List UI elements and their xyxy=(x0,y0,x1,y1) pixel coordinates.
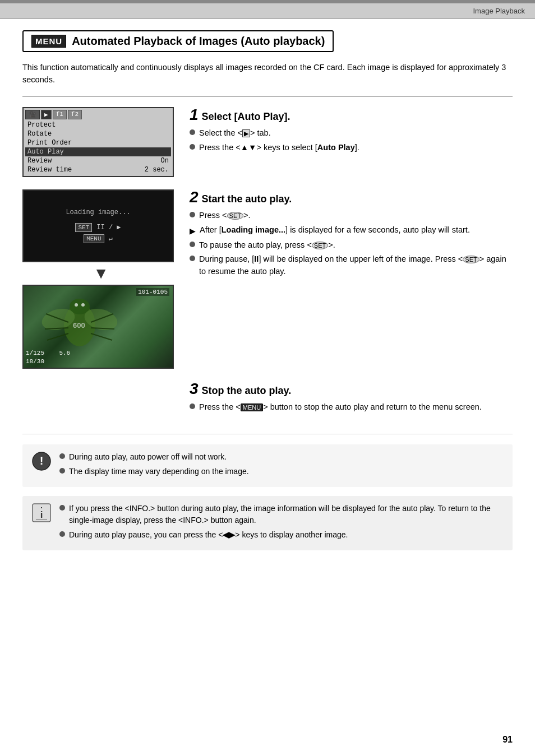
title-section: MENU Automated Playback of Images (Auto … xyxy=(22,30,334,52)
lcd-menu-review: ReviewOn xyxy=(25,156,171,165)
step-2-bullets: Press <SET>. ▶ After [Loading image...] … xyxy=(190,210,513,278)
page-number: 91 xyxy=(502,735,513,745)
step-1-text: 1 Select [Auto Play]. Select the <▶> tab… xyxy=(190,107,513,156)
step-1-label: Select [Auto Play]. xyxy=(202,111,290,123)
svg-text:i: i xyxy=(40,509,43,520)
set-btn: SET xyxy=(75,223,92,232)
bullet-icon xyxy=(59,505,65,511)
info-note-content: If you press the <INFO.> button during a… xyxy=(59,503,504,544)
step-1-bullets: Select the <▶> tab. Press the <▲▼> keys … xyxy=(190,127,513,154)
menu-btn: MENU xyxy=(84,234,104,243)
lcd-loading-screen: Loading image... SET II / ▶ MENU ↵ xyxy=(22,189,174,262)
bullet-icon xyxy=(190,403,195,409)
step-3-bullet-1: Press the <MENU> button to stop the auto… xyxy=(190,401,513,414)
lcd-tab-f1: f1 xyxy=(53,110,67,119)
svg-line-9 xyxy=(91,333,112,340)
divider xyxy=(22,96,513,97)
svg-text:600: 600 xyxy=(73,321,85,330)
step-1-heading: 1 Select [Auto Play]. xyxy=(190,107,513,123)
step-1-image: 🎥 ▶ f1 f2 Protect Rotate Print Order Aut… xyxy=(22,107,179,177)
bullet-icon xyxy=(190,212,195,217)
svg-point-11 xyxy=(81,303,85,307)
lcd-menu-control: MENU ↵ xyxy=(84,234,113,243)
svg-line-6 xyxy=(47,333,68,340)
lcd-tab-play: ▶ xyxy=(41,110,52,119)
lcd-tabs: 🎥 ▶ f1 f2 xyxy=(25,110,171,119)
step-2-row: Loading image... SET II / ▶ MENU ↵ xyxy=(22,189,513,369)
lcd-menu-protect: Protect xyxy=(25,120,171,129)
frame-count: 18/30 xyxy=(26,358,70,365)
lcd-menu-autoplay: Auto Play xyxy=(25,147,171,156)
step-1-number: 1 xyxy=(190,107,199,123)
step-2-label: Start the auto play. xyxy=(202,193,292,205)
lcd-tab-camera: 🎥 xyxy=(25,110,40,119)
down-arrow: ▼ xyxy=(22,265,179,282)
bullet-icon xyxy=(59,531,65,537)
info-bullet-2: During auto play pause, you can press th… xyxy=(59,529,504,541)
step-3-row: 3 Stop the auto play. Press the <MENU> b… xyxy=(22,381,513,416)
shutter-speed: 1/125 xyxy=(26,350,44,356)
bullet-icon xyxy=(59,468,65,474)
bullet-icon xyxy=(190,242,195,247)
step-2-number: 2 xyxy=(190,189,199,205)
lcd-tab-f2: f2 xyxy=(68,110,82,119)
step-2-heading: 2 Start the auto play. xyxy=(190,189,513,205)
page-title: Automated Playback of Images (Auto playb… xyxy=(72,35,325,48)
aperture: 5.6 xyxy=(59,350,70,356)
caution-icon: ! xyxy=(31,451,52,471)
header-title-bar: Image Playback xyxy=(0,3,535,19)
lcd-menu-review-time: Review time2 sec. xyxy=(25,165,171,174)
lcd-controls: SET II / ▶ xyxy=(75,223,121,232)
header-title: Image Playback xyxy=(473,7,525,15)
lcd-menu-print: Print Order xyxy=(25,138,171,147)
step-3-heading: 3 Stop the auto play. xyxy=(190,381,513,397)
step-2-text: 2 Start the auto play. Press <SET>. ▶ Af… xyxy=(190,189,513,280)
lcd-photo-screen: 101-0105 xyxy=(22,285,174,369)
bullet-icon xyxy=(190,129,195,135)
menu-badge: MENU xyxy=(31,35,66,48)
step-2-bullet-3: To pause the auto play, press <SET>. xyxy=(190,239,513,252)
step-1-bullet-1: Select the <▶> tab. xyxy=(190,127,513,140)
step-2-bullet-1: Press <SET>. xyxy=(190,210,513,222)
notes-section: ! During auto play, auto power off will … xyxy=(22,434,513,550)
photo-number: 101-0105 xyxy=(136,288,169,296)
step-3-bullets: Press the <MENU> button to stop the auto… xyxy=(190,401,513,414)
bullet-icon xyxy=(59,453,65,459)
photo-insect-decoration: 600 xyxy=(35,294,124,356)
bullet-icon xyxy=(190,256,195,261)
steps-container: 🎥 ▶ f1 f2 Protect Rotate Print Order Aut… xyxy=(22,107,513,428)
step-2-bullet-2: ▶ After [Loading image...] is displayed … xyxy=(190,224,513,237)
caution-bullet-1: During auto play, auto power off will no… xyxy=(59,451,504,463)
step-1-row: 🎥 ▶ f1 f2 Protect Rotate Print Order Aut… xyxy=(22,107,513,177)
intro-text: This function automatically and continuo… xyxy=(22,61,513,86)
lcd-menu-rotate: Rotate xyxy=(25,129,171,138)
step-2-bullet-4: During pause, [II] will be displayed on … xyxy=(190,253,513,278)
svg-point-10 xyxy=(75,303,78,307)
info-note-box: i If you press the <INFO.> button during… xyxy=(22,496,513,550)
caution-note-box: ! During auto play, auto power off will … xyxy=(22,444,513,487)
caution-bullet-2: The display time may vary depending on t… xyxy=(59,466,504,477)
photo-info-bottom: 1/125 5.6 18/30 xyxy=(26,349,70,365)
step-3-number: 3 xyxy=(190,381,199,397)
step-3-text: 3 Stop the auto play. Press the <MENU> b… xyxy=(190,381,513,416)
loading-text: Loading image... xyxy=(66,208,130,216)
step-1-bullet-2: Press the <▲▼> keys to select [Auto Play… xyxy=(190,142,513,154)
lcd-menu-screen: 🎥 ▶ f1 f2 Protect Rotate Print Order Aut… xyxy=(22,107,174,177)
info-icon: i xyxy=(31,503,52,523)
arrow-icon: ▶ xyxy=(190,225,196,237)
svg-text:!: ! xyxy=(40,454,44,467)
info-bullet-1: If you press the <INFO.> button during a… xyxy=(59,503,504,526)
bullet-icon xyxy=(190,144,195,150)
step-3-label: Stop the auto play. xyxy=(202,385,292,397)
step-2-image: Loading image... SET II / ▶ MENU ↵ xyxy=(22,189,179,369)
caution-note-content: During auto play, auto power off will no… xyxy=(59,451,504,480)
